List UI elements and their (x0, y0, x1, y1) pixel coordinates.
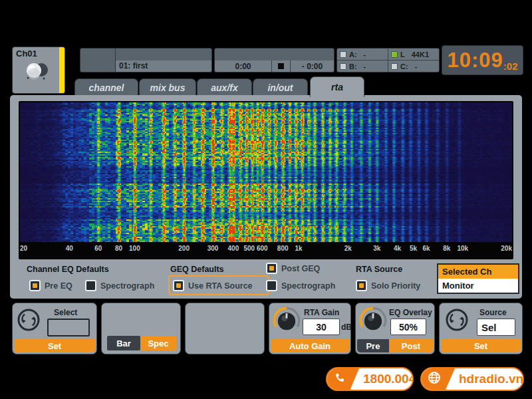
clock-seconds: :02 (503, 61, 518, 72)
freq-tick-label: 300 (207, 245, 219, 252)
system-clock: 10:09 :02 (442, 45, 523, 75)
checkbox-box (266, 280, 277, 291)
channel-name: Ch01 (16, 49, 37, 59)
website-url: hdradio.vn (459, 372, 523, 386)
post-button[interactable]: Post (389, 339, 433, 352)
freq-tick-label: 6k (422, 245, 430, 252)
checkbox-box (356, 280, 367, 291)
led-b (340, 63, 346, 70)
freq-tick-label: 600 (257, 245, 268, 252)
freq-tick-label: 3k (373, 245, 380, 252)
freq-tick-label: 20k (501, 245, 512, 252)
eq-overlay-label: EQ Overlay (389, 308, 432, 317)
divider (388, 49, 388, 72)
checkbox-spectrograph-geq[interactable]: Spectrograph (266, 280, 335, 291)
encoder-knob-icon[interactable] (17, 308, 41, 334)
source-option-selected-ch[interactable]: Selected Ch (438, 265, 518, 279)
freq-tick-label: 4k (394, 245, 401, 252)
transport-block: 0:00 - 0:00 (214, 48, 334, 72)
channel-select-block[interactable]: Ch01 (12, 47, 65, 94)
status-clock-rate: L44K1 (388, 49, 439, 60)
checkbox-solo-priority[interactable]: Solo Priority (356, 280, 420, 291)
eq-overlay-value[interactable]: 50% (390, 319, 426, 335)
phone-icon (333, 372, 346, 387)
geq-defaults-title: GEQ Defaults (170, 265, 224, 274)
freq-tick-label: 2k (344, 245, 352, 252)
led-c (391, 63, 398, 70)
freq-tick-label: 100 (129, 245, 140, 252)
bar-button[interactable]: Bar (107, 336, 140, 350)
console-screen: Ch01 01: first 0:00 - 0:00 A:- (0, 0, 532, 399)
checkbox-use-rta-source[interactable]: Use RTA Source (173, 280, 253, 291)
panel-empty (185, 303, 265, 354)
rta-gain-label: RTA Gain (304, 308, 339, 317)
eq-overlay-knob[interactable] (358, 306, 388, 338)
tab-mix-bus[interactable]: mix bus (139, 78, 196, 96)
stop-indicator (272, 61, 291, 72)
scene-name: 01: first (116, 61, 211, 72)
tab-rta[interactable]: rta (310, 76, 364, 97)
channel-eq-defaults-title: Channel EQ Defaults (27, 265, 109, 274)
microphone-icon (22, 59, 53, 88)
elapsed-time: 0:00 (215, 61, 272, 72)
freq-tick-label: 200 (178, 245, 190, 252)
panel-source: Source Sel Set (439, 303, 523, 354)
panel-rta-gain: RTA Gain 30 dB Auto Gain (269, 303, 351, 354)
freq-tick-label: 40 (66, 245, 73, 252)
tab-channel[interactable]: channel (74, 78, 138, 96)
rta-page-panel: 204060801002003004005006008001k2k3k4k5k6… (10, 95, 522, 299)
freq-tick-label: 8k (443, 245, 450, 252)
rta-source-list: Selected Ch Monitor (437, 263, 519, 294)
freq-tick-label: 500 (243, 245, 255, 252)
rta-source-title: RTA Source (356, 265, 402, 274)
encoder-knob-icon[interactable] (445, 308, 469, 334)
rta-gain-value[interactable]: 30 (303, 319, 340, 335)
phone-badge[interactable]: 1800.0042 (326, 367, 414, 391)
freq-tick-label: 400 (228, 245, 239, 252)
source-option-monitor[interactable]: Monitor (438, 279, 518, 293)
freq-tick-label: 1k (295, 245, 303, 252)
freq-tick-label: 5k (410, 245, 417, 252)
website-badge[interactable]: hdradio.vn (420, 367, 524, 391)
checkbox-pre-eq[interactable]: Pre EQ (29, 280, 72, 291)
scribble-strip-block: 01: first (80, 48, 212, 72)
status-b: B:- (337, 61, 388, 72)
led-a (340, 51, 346, 58)
led-sync-green (391, 51, 398, 58)
checkbox-box (266, 263, 277, 274)
spec-button[interactable]: Spec (140, 336, 176, 350)
pre-button[interactable]: Pre (357, 339, 389, 352)
channel-color-stripe (59, 47, 65, 93)
remaining-time: - 0:00 (291, 61, 334, 72)
freq-tick-label: 80 (115, 245, 122, 252)
checkbox-spectrograph-channel[interactable]: Spectrograph (85, 280, 154, 291)
spectrograph-canvas (20, 102, 512, 242)
source-value-box[interactable]: Sel (477, 319, 515, 336)
auto-gain-button[interactable]: Auto Gain (271, 339, 349, 352)
checkbox-box (29, 280, 41, 291)
source-label: Source (479, 308, 507, 317)
checkbox-box (173, 280, 184, 291)
select-value-box[interactable] (47, 319, 90, 336)
freq-axis: 204060801002003004005006008001k2k3k4k5k6… (20, 243, 512, 257)
status-block: A:- B:- L44K1 C:- (336, 48, 440, 72)
tab-in-out[interactable]: in/out (253, 78, 308, 96)
select-set-button[interactable]: Set (14, 339, 95, 352)
freq-tick-label: 20 (20, 245, 27, 252)
tab-aux-fx[interactable]: aux/fx (197, 78, 252, 96)
panel-view-mode: Bar Spec (101, 303, 181, 354)
freq-tick-label: 800 (277, 245, 289, 252)
rta-gain-unit: dB (341, 323, 352, 332)
stop-icon (278, 63, 284, 69)
status-a: A:- (337, 49, 388, 60)
spectrograph-display: 204060801002003004005006008001k2k3k4k5k6… (19, 101, 513, 259)
globe-icon (428, 371, 441, 387)
source-set-button[interactable]: Set (441, 339, 521, 352)
clock-time: 10:09 (448, 50, 503, 70)
checkbox-post-geq[interactable]: Post GEQ (266, 263, 320, 274)
rta-gain-knob[interactable] (272, 306, 301, 338)
phone-number: 1800.0042 (363, 372, 414, 386)
panel-select: Select Set (12, 303, 97, 354)
freq-tick-label: 10k (457, 245, 468, 252)
checkbox-box (85, 280, 96, 291)
